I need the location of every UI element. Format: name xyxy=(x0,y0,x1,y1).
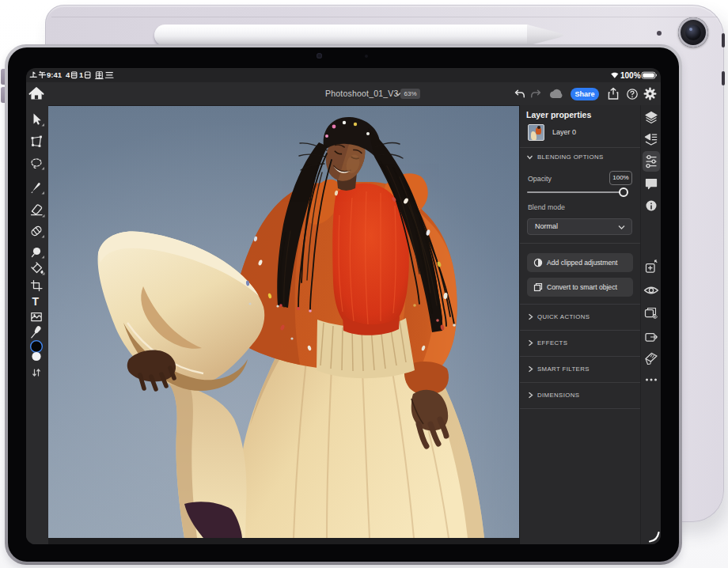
svg-text:4: 4 xyxy=(66,70,70,79)
svg-text:T: T xyxy=(32,295,40,308)
svg-text:1: 1 xyxy=(79,70,84,79)
svg-text:9:41: 9:41 xyxy=(47,70,63,79)
svg-text:100%: 100% xyxy=(620,71,641,80)
